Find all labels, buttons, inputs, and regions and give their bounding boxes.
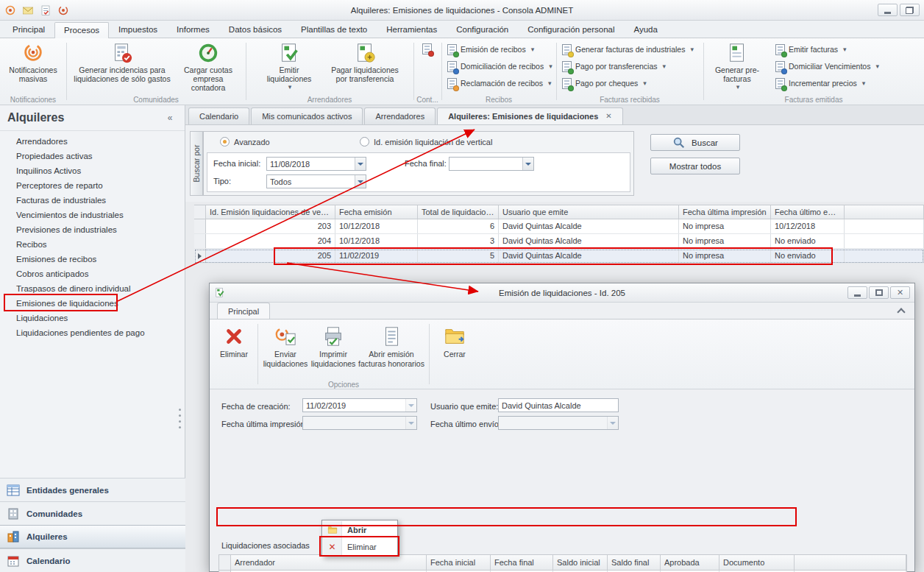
fecha-creacion-combo[interactable]: 11/02/2019 bbox=[302, 398, 417, 412]
sidebar-item-previsiones[interactable]: Previsiones de industriales bbox=[0, 222, 185, 237]
column-header[interactable]: Documento bbox=[719, 555, 795, 570]
column-header[interactable]: Id. Emisión liquidaciones de vertical bbox=[206, 205, 335, 219]
emitir-facturas-button[interactable]: Emitir facturas▾ bbox=[772, 42, 850, 57]
splitter-handle[interactable] bbox=[179, 409, 181, 411]
dropdown-arrow-icon: ▾ bbox=[862, 80, 866, 87]
sidebar-item-calendario[interactable]: Calendario bbox=[0, 548, 185, 572]
context-menu-abrir[interactable]: Abrir bbox=[323, 521, 397, 538]
column-header[interactable]: Saldo inicial bbox=[553, 555, 608, 570]
menu-ayuda[interactable]: Ayuda bbox=[625, 21, 667, 38]
table-row-selected[interactable]: 205 11/02/2019 5 David Quintas Alcalde N… bbox=[194, 249, 924, 264]
domiciliar-vencimientos-button[interactable]: Domiciliar Vencimientos▾ bbox=[772, 59, 882, 74]
abrir-emision-facturas-button[interactable]: Abrir emisión facturas honorarios bbox=[358, 322, 425, 378]
pago-transferencias-button[interactable]: Pago por transferencias▾ bbox=[559, 59, 669, 74]
fecha-ultimo-envio-combo[interactable] bbox=[498, 416, 619, 430]
prefactura-icon bbox=[726, 42, 748, 64]
table-row[interactable]: 204 10/12/2018 3 David Quintas Alcalde N… bbox=[194, 234, 924, 249]
dialog-maximize-button[interactable] bbox=[869, 286, 889, 299]
eliminar-button[interactable]: Eliminar bbox=[214, 322, 254, 378]
sidebar-collapse-button[interactable]: « bbox=[163, 111, 177, 124]
collapse-ribbon-icon[interactable] bbox=[897, 308, 905, 316]
cont-button[interactable] bbox=[419, 41, 435, 56]
radio-avanzado[interactable]: Avanzado bbox=[220, 137, 270, 146]
menu-informes[interactable]: Informes bbox=[167, 21, 219, 38]
domiciliacion-recibos-button[interactable]: Domiciliación de recibos▾ bbox=[444, 59, 555, 74]
menu-configuracion-personal[interactable]: Configuración personal bbox=[518, 21, 624, 38]
column-header[interactable]: Fecha final bbox=[491, 555, 553, 570]
dialog-close-button[interactable]: ✕ bbox=[890, 286, 910, 299]
menu-plantillas[interactable]: Plantillas de texto bbox=[291, 21, 377, 38]
tab-close-icon[interactable]: ✕ bbox=[605, 108, 611, 124]
menu-procesos[interactable]: Procesos bbox=[54, 22, 109, 38]
tab-emisiones-liquidaciones[interactable]: Alquileres: Emisiones de liquidaciones ✕ bbox=[437, 107, 623, 124]
sidebar-item-cobros-anticipados[interactable]: Cobros anticipados bbox=[0, 266, 185, 281]
menu-principal[interactable]: Principal bbox=[3, 21, 54, 38]
sidebar-item-comunidades[interactable]: Comunidades bbox=[0, 501, 185, 525]
menu-herramientas[interactable]: Herramientas bbox=[377, 21, 447, 38]
sidebar-item-perceptores[interactable]: Perceptores de reparto bbox=[0, 178, 185, 193]
usuario-que-emite-field[interactable]: David Quintas Alcalde bbox=[498, 398, 619, 412]
reclamacion-recibos-button[interactable]: Reclamación de recibos▾ bbox=[444, 76, 555, 91]
sidebar-item-liquidaciones-pendientes[interactable]: Liquidaciones pendientes de pago bbox=[0, 325, 185, 340]
generar-prefacturas-button[interactable]: Generar pre-facturas ▾ bbox=[709, 40, 765, 92]
column-header[interactable]: Fecha emisión bbox=[335, 205, 418, 219]
buscar-button[interactable]: Buscar bbox=[650, 134, 740, 151]
dropdown-arrow-icon: ▾ bbox=[549, 63, 552, 70]
fecha-ultima-impresion-combo[interactable] bbox=[302, 416, 417, 430]
sidebar-item-alquileres[interactable]: Alquileres bbox=[0, 525, 185, 548]
column-header[interactable]: Fecha último envío bbox=[771, 205, 845, 219]
cargar-cuotas-button[interactable]: Cargar cuotas empresa contadora bbox=[175, 40, 241, 93]
column-header[interactable]: Total de liquidaciones bbox=[418, 205, 499, 219]
column-header[interactable]: Arrendador bbox=[231, 555, 427, 570]
sidebar-header: Alquileres « bbox=[0, 105, 185, 131]
mostrar-todos-button[interactable]: Mostrar todos bbox=[650, 158, 740, 174]
column-header[interactable]: Saldo final bbox=[608, 555, 661, 570]
minimize-button[interactable] bbox=[878, 4, 898, 16]
restore-button[interactable] bbox=[900, 4, 920, 16]
sidebar-item-entidades-generales[interactable]: Entidades generales bbox=[0, 478, 185, 501]
column-header[interactable]: Aprobada bbox=[661, 555, 719, 570]
sidebar-item-emisiones-liquidaciones[interactable]: Emisiones de liquidaciones bbox=[0, 296, 185, 311]
sidebar-item-emisiones-recibos[interactable]: Emisiones de recibos bbox=[0, 252, 185, 266]
table-header-row: Id. Emisión liquidaciones de vertical Fe… bbox=[194, 205, 924, 219]
menu-impuestos[interactable]: Impuestos bbox=[109, 21, 167, 38]
menu-datos-basicos[interactable]: Datos básicos bbox=[219, 21, 291, 38]
notificaciones-masivas-button[interactable]: Notificaciones masivas bbox=[3, 40, 63, 85]
imprimir-liquidaciones-button[interactable]: Imprimir liquidaciones bbox=[309, 322, 358, 378]
table-row[interactable]: 203 10/12/2018 6 David Quintas Alcalde N… bbox=[194, 219, 924, 234]
fecha-inicial-combo[interactable]: 11/08/2018 bbox=[266, 157, 366, 171]
sidebar-item-recibos[interactable]: Recibos bbox=[0, 237, 185, 252]
sidebar-item-traspasos[interactable]: Traspasos de dinero individual bbox=[0, 281, 185, 296]
pago-cheques-button[interactable]: Pago por cheques▾ bbox=[559, 76, 650, 91]
sidebar-item-inquilinos-activos[interactable]: Inquilinos Activos bbox=[0, 163, 185, 178]
dialog-minimize-button[interactable] bbox=[847, 286, 867, 299]
column-header[interactable]: Usuario que emite bbox=[499, 205, 679, 219]
tab-mis-comunicados[interactable]: Mis comunicados activos bbox=[251, 107, 363, 124]
column-header[interactable]: Fecha última impresión bbox=[679, 205, 771, 219]
tab-calendario[interactable]: Calendario bbox=[188, 107, 249, 124]
sidebar-item-arrendadores[interactable]: Arrendadores bbox=[0, 134, 185, 149]
emision-recibos-button[interactable]: Emisión de recibos▾ bbox=[444, 42, 537, 57]
emitir-liquidaciones-button[interactable]: Emitir liquidaciones ▾ bbox=[257, 40, 321, 92]
cerrar-button[interactable]: Cerrar bbox=[433, 322, 476, 378]
sidebar-item-propiedades-activas[interactable]: Propiedades activas bbox=[0, 149, 185, 163]
pagar-liquidaciones-button[interactable]: Pagar liquidaciones por transferencia bbox=[324, 40, 406, 85]
delete-x-icon: ✕ bbox=[328, 543, 335, 551]
sidebar-item-vencimientos[interactable]: Vencimientos de industriales bbox=[0, 208, 185, 222]
tab-arrendadores[interactable]: Arrendadores bbox=[364, 107, 436, 124]
enviar-liquidaciones-button[interactable]: Enviar liquidaciones bbox=[262, 322, 309, 378]
tipo-combo[interactable]: Todos bbox=[266, 174, 366, 188]
incrementar-precios-button[interactable]: Incrementar precios▾ bbox=[772, 76, 868, 91]
column-header[interactable]: Fecha inicial bbox=[427, 555, 491, 570]
close-icon: ✕ bbox=[897, 289, 903, 297]
restore-icon bbox=[906, 7, 914, 14]
generar-facturas-industriales-button[interactable]: Generar facturas de industriales▾ bbox=[559, 42, 697, 57]
dialog-tab-principal[interactable]: Principal bbox=[217, 303, 270, 319]
sidebar-item-liquidaciones[interactable]: Liquidaciones bbox=[0, 311, 185, 325]
sidebar-item-facturas-industriales[interactable]: Facturas de industriales bbox=[0, 193, 185, 208]
radio-id-emision[interactable]: Id. emisión liquidación de vertical bbox=[360, 137, 492, 146]
menu-configuracion[interactable]: Configuración bbox=[447, 21, 518, 38]
context-menu-eliminar[interactable]: ✕ Eliminar bbox=[323, 538, 397, 555]
generar-incidencias-button[interactable]: Generar incidencias para liquidaciones d… bbox=[71, 40, 174, 85]
fecha-final-combo[interactable] bbox=[449, 157, 534, 171]
